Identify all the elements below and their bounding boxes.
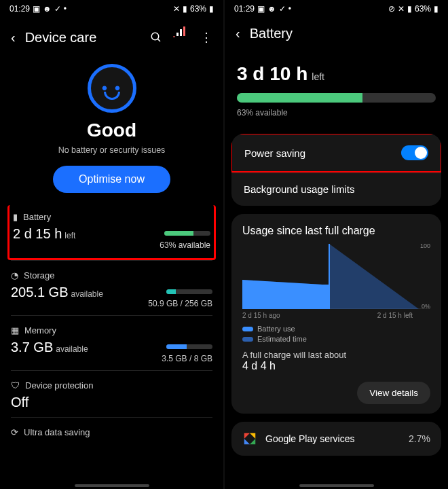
usage-chart[interactable]: 1000% [242,244,430,309]
svg-rect-4 [183,26,185,36]
back-icon[interactable]: ‹ [236,26,240,41]
svg-rect-3 [180,29,182,36]
svg-marker-6 [242,244,329,309]
power-saving-row[interactable]: Power saving [231,134,441,173]
memory-row[interactable]: ▦ Memory 3.7 GBavailable 3.5 GB / 8 GB [11,315,212,370]
search-icon[interactable] [150,31,162,43]
battery-icon: ▮ [209,4,214,14]
legend-battery-use: Battery use [242,325,430,333]
ultra-data-saving-row[interactable]: ⟳ Ultra data saving [11,417,212,448]
usage-card: Usage since last full charge 1000% 2 d 1… [231,214,441,414]
shield-icon: 🛡 [11,380,20,391]
status-hero: • • Good No battery or security issues O… [0,54,223,205]
storage-mini-bar [166,289,212,294]
page-title: Battery [250,26,437,41]
person-icon: ☻ [43,4,52,14]
svg-line-1 [157,39,160,41]
view-details-button[interactable]: View details [357,382,430,404]
page-title: Device care [25,30,141,46]
svg-rect-2 [176,33,179,36]
mute-icon: ✕ [398,4,405,14]
appbar: ‹ Battery [225,15,448,47]
device-care-screen: 01:29 ▣ ☻ ✓ • ✕ ▮ 63% ▮ ‹ Device care • … [0,0,223,489]
status-time: 01:29 [10,4,30,14]
battery-settings-card: Power saving Background usage limits [231,134,441,206]
battery-progress-bar [237,93,436,103]
battery-icon: ▮ [434,4,438,14]
gallery-icon: ▣ [257,4,265,14]
check-icon: ✓ [54,4,61,14]
app-usage-row[interactable]: Google Play services 2.7% [231,422,441,456]
full-charge-estimate-label: A full charge will last about [242,350,430,360]
appbar: ‹ Device care • ⋮ [0,15,223,54]
smiley-icon: • • [88,64,136,113]
data-saving-icon: ⟳ [11,427,18,437]
play-store-icon [242,431,257,446]
status-battery-pct: 63% [415,4,431,14]
gallery-icon: ▣ [33,4,40,14]
dnd-icon: ⊘ [388,4,395,14]
mute-icon: ✕ [173,4,180,14]
status-bar: 01:29 ▣ ☻ ✓ • ✕ ▮ 63% ▮ [0,0,223,15]
signal-icon: ▮ [183,4,187,14]
dot-icon: • [64,4,67,14]
svg-marker-8 [244,433,250,439]
status-time: 01:29 [234,4,255,14]
back-icon[interactable]: ‹ [11,30,16,46]
power-saving-toggle[interactable] [401,145,428,160]
svg-point-0 [151,33,159,40]
background-usage-limits-row[interactable]: Background usage limits [231,172,441,206]
status-subtitle: No battery or security issues [0,145,223,155]
optimise-button[interactable]: Optimise now [53,166,170,193]
status-heading: Good [0,120,223,141]
svg-marker-9 [250,433,255,439]
battery-small-icon: ▮ [13,212,18,222]
svg-marker-11 [244,439,250,444]
legend-estimated: Estimated time [242,335,430,343]
battery-screen: 01:29 ▣ ☻ ✓ • ⊘ ✕ ▮ 63% ▮ ‹ Battery 3 d … [225,0,448,489]
nav-handle[interactable] [299,484,374,487]
status-bar: 01:29 ▣ ☻ ✓ • ⊘ ✕ ▮ 63% ▮ [225,0,448,15]
full-charge-estimate-value: 4 d 4 h [242,360,430,372]
svg-marker-10 [250,439,255,444]
nav-handle[interactable] [75,484,149,487]
status-battery-pct: 63% [190,4,206,14]
usage-bars-icon[interactable]: • [176,26,187,49]
device-protection-row[interactable]: 🛡 Device protection Off [11,370,212,417]
battery-row[interactable]: ▮ Battery 2 d 15 hleft 63% available [7,205,216,260]
signal-icon: ▮ [407,4,412,14]
dot-icon: • [288,4,291,14]
memory-mini-bar [166,344,212,349]
storage-row[interactable]: ◔ Storage 205.1 GBavailable 50.9 GB / 25… [11,260,212,315]
usage-title: Usage since last full charge [242,225,430,237]
battery-summary: 3 d 10 hleft 63% available [225,47,448,126]
check-icon: ✓ [279,4,286,14]
memory-icon: ▦ [11,325,19,336]
overflow-icon[interactable]: ⋮ [200,30,212,45]
person-icon: ☻ [267,4,276,14]
battery-mini-bar [164,231,210,236]
storage-icon: ◔ [11,270,18,280]
